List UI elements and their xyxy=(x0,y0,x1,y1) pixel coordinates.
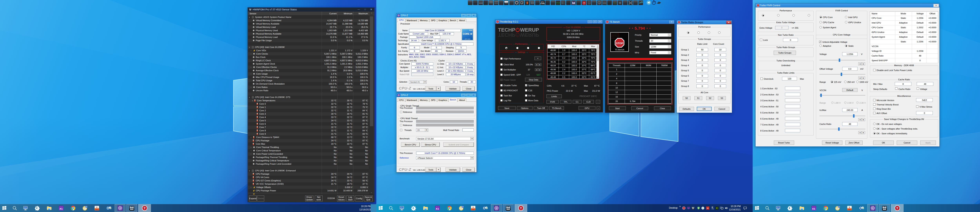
svg-text:T: T xyxy=(584,2,585,4)
svg-text:e: e xyxy=(702,207,703,209)
svg-text:64: 64 xyxy=(707,207,709,209)
svg-text:STOP: STOP xyxy=(616,42,623,45)
svg-text:1: 1 xyxy=(684,207,684,209)
svg-text:60: 60 xyxy=(688,207,689,209)
svg-text:STEAM: STEAM xyxy=(556,2,560,3)
